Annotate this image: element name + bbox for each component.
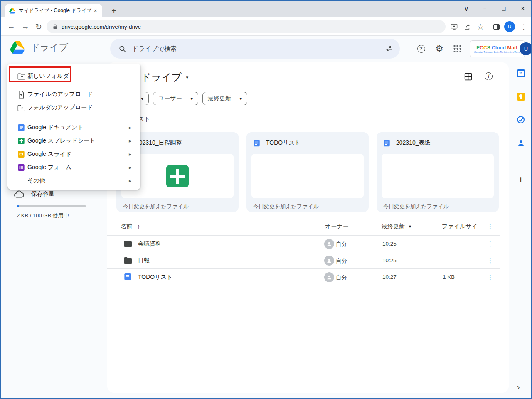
modified-time: 10:25 bbox=[382, 257, 397, 264]
menu-divider bbox=[7, 86, 140, 86]
file-table-header: 名前 ↑ オーナー 最終更新 ▼ ファイルサイ ⋮ bbox=[107, 219, 500, 235]
chip-caret-icon: ▾ bbox=[239, 96, 242, 101]
menu-item-folder-upload[interactable]: フォルダのアップロード bbox=[7, 101, 140, 114]
menu-item-google-docs[interactable]: Google ドキュメント ▸ bbox=[7, 121, 140, 134]
file-name: 会議資料 bbox=[138, 240, 161, 248]
folder-icon bbox=[124, 257, 132, 264]
window-maximize-button[interactable]: □ bbox=[497, 2, 511, 15]
folder-upload-icon bbox=[17, 103, 26, 112]
account-badge[interactable]: ECCS Cloud Mail Information Technology C… bbox=[470, 40, 525, 57]
docs-file-icon bbox=[17, 123, 26, 132]
drive-logo-home[interactable]: ドライブ bbox=[10, 41, 68, 54]
file-row[interactable]: 会議資料 自分 10:25 — ⋮ bbox=[107, 235, 500, 252]
new-tab-button[interactable]: + bbox=[108, 5, 120, 17]
browser-menu-icon[interactable]: ⋮ bbox=[518, 21, 530, 32]
submenu-arrow-icon: ▸ bbox=[129, 165, 131, 170]
suggested-card[interactable]: 202310_表紙 今日変更を加えたファイル bbox=[377, 132, 499, 212]
owner-avatar bbox=[324, 272, 334, 282]
column-name[interactable]: 名前 ↑ bbox=[121, 223, 140, 230]
window-minimize-button[interactable]: − bbox=[478, 2, 492, 15]
drive-logo-icon bbox=[10, 41, 25, 54]
owner-name: 自分 bbox=[336, 274, 347, 281]
expand-chevron-icon[interactable]: › bbox=[517, 382, 520, 392]
column-size[interactable]: ファイルサイ bbox=[442, 223, 478, 230]
settings-gear-icon[interactable]: ⚙ bbox=[431, 40, 448, 57]
drive-favicon-icon bbox=[9, 8, 15, 14]
menu-item-google-slides[interactable]: Google スライド ▸ bbox=[7, 148, 140, 161]
menu-item-google-sheets[interactable]: Google スプレッドシート ▸ bbox=[7, 134, 140, 148]
storage-usage-text: 2 KB / 100 GB 使用中 bbox=[17, 212, 69, 219]
rail-divider bbox=[516, 161, 526, 161]
grid-view-toggle[interactable] bbox=[464, 72, 473, 83]
search-placeholder: ドライブで検索 bbox=[132, 45, 385, 53]
owner-name: 自分 bbox=[336, 257, 347, 265]
title-caret-icon: ▾ bbox=[186, 75, 188, 80]
menu-item-file-upload[interactable]: ファイルのアップロード bbox=[7, 88, 140, 101]
back-button[interactable]: ← bbox=[5, 20, 17, 33]
drive-header: ドライブ ドライブで検索 ? ⚙ ECCS Cloud Mail Informa… bbox=[1, 36, 531, 62]
table-options-icon[interactable]: ⋮ bbox=[487, 223, 493, 230]
cloud-icon bbox=[14, 190, 25, 199]
file-size: — bbox=[443, 257, 448, 264]
apps-grid-icon[interactable] bbox=[449, 40, 466, 57]
account-avatar[interactable]: U bbox=[520, 42, 532, 55]
card-reason-text: 今日変更を加えたファイル bbox=[253, 203, 319, 210]
sheets-file-icon bbox=[17, 136, 26, 145]
file-size: — bbox=[443, 241, 448, 247]
sort-down-icon: ▼ bbox=[408, 224, 412, 229]
lock-icon bbox=[52, 24, 58, 30]
contacts-icon[interactable] bbox=[516, 138, 525, 148]
tab-close-icon[interactable]: × bbox=[92, 7, 99, 14]
sort-up-icon: ↑ bbox=[137, 223, 140, 230]
column-owner[interactable]: オーナー bbox=[325, 223, 349, 230]
browser-avatar[interactable]: U bbox=[504, 21, 515, 32]
calendar-icon[interactable]: 31 bbox=[516, 69, 525, 78]
help-icon[interactable]: ? bbox=[413, 40, 429, 57]
card-reason-text: 今日変更を加えたファイル bbox=[123, 203, 189, 210]
forms-file-icon bbox=[17, 163, 26, 172]
reload-button[interactable]: ↻ bbox=[32, 20, 45, 33]
filter-chip-people[interactable]: ユーザー▾ bbox=[153, 92, 198, 105]
docs-file-icon bbox=[124, 273, 131, 281]
filter-chip-modified[interactable]: 最終更新▾ bbox=[202, 92, 247, 105]
get-addons-button[interactable]: + bbox=[516, 175, 525, 185]
storage-section[interactable]: 保存容量 bbox=[14, 190, 54, 199]
card-reason-text: 今日変更を加えたファイル bbox=[383, 203, 449, 210]
docs-file-icon bbox=[253, 140, 260, 147]
file-row[interactable]: TODOリスト 自分 10:27 1 KB ⋮ bbox=[107, 268, 500, 285]
details-info-icon[interactable]: i bbox=[485, 72, 493, 80]
keep-icon[interactable] bbox=[516, 92, 525, 101]
modified-time: 10:27 bbox=[382, 274, 397, 280]
app-name: ドライブ bbox=[31, 41, 68, 54]
forward-button[interactable]: → bbox=[19, 20, 32, 33]
window-close-button[interactable]: × bbox=[516, 2, 530, 15]
window-menu-icon[interactable]: ∨ bbox=[459, 2, 473, 15]
menu-item-google-forms[interactable]: Google フォーム ▸ bbox=[7, 161, 140, 174]
address-bar[interactable]: drive.google.com/drive/my-drive bbox=[47, 20, 446, 33]
search-input[interactable]: ドライブで検索 bbox=[110, 39, 400, 59]
file-row[interactable]: 日報 自分 10:25 — ⋮ bbox=[107, 252, 500, 268]
column-modified[interactable]: 最終更新 ▼ bbox=[382, 223, 412, 230]
install-icon[interactable] bbox=[448, 21, 460, 32]
storage-label: 保存容量 bbox=[31, 190, 54, 198]
chip-caret-icon: ▾ bbox=[190, 96, 193, 101]
row-options-icon[interactable]: ⋮ bbox=[487, 257, 493, 264]
menu-item-more[interactable]: その他 ▸ bbox=[7, 174, 140, 187]
file-name: TODOリスト bbox=[138, 273, 172, 281]
side-panel-icon[interactable] bbox=[490, 21, 502, 32]
suggested-card[interactable]: TODOリスト 今日変更を加えたファイル bbox=[246, 132, 369, 212]
row-options-icon[interactable]: ⋮ bbox=[487, 273, 493, 281]
bookmark-star-icon[interactable]: ☆ bbox=[475, 21, 486, 32]
file-upload-icon bbox=[17, 90, 26, 99]
owner-name: 自分 bbox=[336, 241, 347, 248]
highlight-annotation bbox=[9, 66, 71, 82]
sheets-thumbnail-icon bbox=[166, 165, 189, 187]
search-options-icon[interactable] bbox=[385, 44, 393, 53]
browser-tabstrip: マイドライブ - Google ドライブ × + ∨ − □ × bbox=[1, 1, 531, 17]
row-options-icon[interactable]: ⋮ bbox=[487, 240, 493, 248]
browser-tab[interactable]: マイドライブ - Google ドライブ × bbox=[5, 4, 102, 17]
share-icon[interactable] bbox=[461, 21, 473, 32]
menu-divider bbox=[7, 118, 140, 118]
tab-title: マイドライブ - Google ドライブ bbox=[19, 7, 92, 14]
tasks-icon[interactable] bbox=[516, 115, 525, 124]
